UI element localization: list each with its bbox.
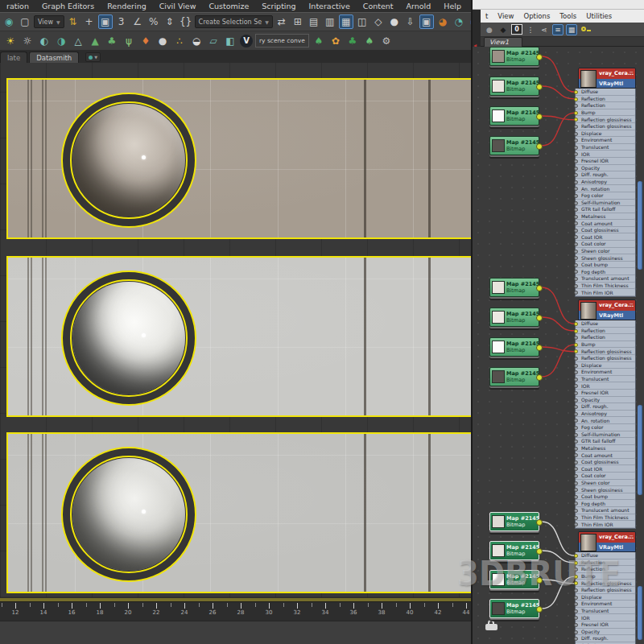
vray-logo-icon[interactable]: V <box>240 35 253 47</box>
snap-3d-icon[interactable]: 3 <box>114 14 129 29</box>
sun-icon[interactable]: ☀ <box>3 34 18 48</box>
hemisphere-icon[interactable]: ◑ <box>54 34 68 48</box>
input-socket[interactable] <box>574 602 578 606</box>
param-row[interactable]: Diffuse <box>576 320 635 328</box>
param-row[interactable]: Translucent amount <box>576 275 635 283</box>
material-editor-icon[interactable]: ● <box>387 14 402 29</box>
vraymtl-node[interactable]: vray_Cera...VRayMtl−DiffuseReflectionRef… <box>578 299 636 320</box>
input-socket[interactable] <box>574 104 578 108</box>
import-icon[interactable]: ⇩ <box>403 14 418 29</box>
param-row[interactable]: Metalness <box>576 445 635 452</box>
input-socket[interactable] <box>574 460 578 464</box>
strip-bottom[interactable] <box>6 432 481 593</box>
param-row[interactable]: Self-illumination <box>576 431 635 439</box>
input-socket[interactable] <box>574 453 578 457</box>
param-row[interactable]: Opacity <box>576 165 635 172</box>
input-socket[interactable] <box>574 167 578 171</box>
input-socket[interactable] <box>574 630 578 634</box>
selection-region-icon[interactable]: ▢ <box>18 14 32 29</box>
vraymtl-node-header[interactable]: vray_Cera...VRayMtl− <box>578 68 636 89</box>
tab-view1[interactable]: View1 <box>484 37 522 47</box>
param-row[interactable]: Reflection <box>576 96 635 103</box>
node-list-icon[interactable]: ≡ <box>552 24 564 35</box>
param-row[interactable]: Bump <box>576 341 635 349</box>
param-row[interactable]: Fog depth <box>576 268 635 275</box>
gear-icon[interactable]: ⚙ <box>379 34 394 48</box>
param-row[interactable]: Diff. rough. <box>576 403 635 411</box>
input-socket[interactable] <box>574 609 578 613</box>
menu-item-civil-view[interactable]: Civil View <box>153 2 203 10</box>
bitmap-node[interactable]: Map #214534...Bitmap <box>489 512 539 531</box>
param-row[interactable]: Thin Film Thickness <box>576 514 635 522</box>
scene-explorer-icon[interactable]: ▦ <box>339 14 353 29</box>
param-row[interactable]: Reflection <box>576 334 635 341</box>
input-socket[interactable] <box>574 173 578 177</box>
menu-item-content[interactable]: Content <box>357 2 400 10</box>
input-socket[interactable] <box>574 391 578 395</box>
input-socket[interactable] <box>574 398 578 402</box>
menu-item-customize[interactable]: Customize <box>202 2 255 10</box>
render-iterative-icon[interactable]: ◔ <box>452 14 466 29</box>
param-row[interactable]: Environment <box>576 137 635 144</box>
input-socket[interactable] <box>574 596 578 600</box>
param-row[interactable]: Fog color <box>576 192 635 200</box>
param-row[interactable]: An. rotation <box>576 417 635 424</box>
strip-middle[interactable] <box>6 256 481 417</box>
sample-diamond-icon[interactable]: ◆ <box>497 24 509 35</box>
input-socket[interactable] <box>574 194 578 198</box>
material-preview-sphere[interactable] <box>72 104 185 217</box>
output-socket[interactable] <box>536 374 543 381</box>
param-row[interactable]: Reflection glossiness <box>576 355 635 362</box>
sphere-hole[interactable] <box>61 93 196 228</box>
track-bar[interactable]: 1214161820222426283032343638404244 <box>0 601 481 621</box>
input-socket[interactable] <box>574 364 578 368</box>
input-socket[interactable] <box>574 623 578 627</box>
param-row[interactable]: IOR <box>576 151 635 158</box>
param-row[interactable]: Coat bump <box>576 262 635 269</box>
key-icon[interactable] <box>580 24 591 35</box>
input-socket[interactable] <box>574 208 578 212</box>
param-row[interactable]: Reflection glossiness <box>576 348 635 355</box>
input-socket[interactable] <box>574 474 578 478</box>
input-socket[interactable] <box>574 250 578 254</box>
grass-icon[interactable]: ψ <box>122 34 136 48</box>
input-socket[interactable] <box>574 152 578 156</box>
menu-item-arnold[interactable]: Arnold <box>400 2 438 10</box>
input-socket[interactable] <box>574 433 578 437</box>
param-row[interactable]: Diffuse <box>576 89 635 96</box>
param-row[interactable]: Metalness <box>576 213 635 221</box>
editor-menu-item-options[interactable]: Options <box>519 12 555 20</box>
minimize-icon[interactable]: − <box>629 301 634 308</box>
param-row[interactable]: IOR <box>576 614 635 621</box>
param-row[interactable]: Translucent <box>576 376 635 383</box>
select-object-icon[interactable]: ◉ <box>2 14 16 29</box>
scatter-icon[interactable]: ∴ <box>172 34 187 48</box>
input-socket[interactable] <box>574 405 578 409</box>
output-socket[interactable] <box>536 606 543 613</box>
select-place-icon[interactable]: ▣ <box>98 14 113 29</box>
param-row[interactable]: Coat color <box>576 241 635 248</box>
input-socket[interactable] <box>574 412 578 416</box>
material-zero-dropdown[interactable]: 0 <box>511 24 522 35</box>
tree-icon[interactable]: ♠ <box>312 34 326 48</box>
render-window-icon[interactable]: ▣ <box>419 14 434 29</box>
sample-sphere-icon[interactable]: ● <box>484 24 495 35</box>
param-row[interactable]: IOR <box>576 382 635 390</box>
transform-gizmo-icon[interactable]: ⇅ <box>66 14 80 29</box>
param-row[interactable]: Anisotropy <box>576 179 635 186</box>
menu-item-interactive[interactable]: Interactive <box>303 2 357 10</box>
editor-menu-item-utilities[interactable]: Utilities <box>581 12 617 20</box>
terrain-icon[interactable]: △ <box>71 34 85 48</box>
param-row[interactable]: Diff. rough. <box>576 635 635 642</box>
input-socket[interactable] <box>574 138 578 142</box>
material-preview-sphere[interactable] <box>72 282 185 394</box>
layout-branch-icon[interactable]: ⋖ <box>539 24 550 35</box>
named-selection-sets-icon[interactable]: {} <box>179 14 193 29</box>
input-socket[interactable] <box>574 509 578 513</box>
input-socket[interactable] <box>574 284 578 288</box>
curve-editor-icon[interactable]: ◫ <box>355 14 369 29</box>
input-socket[interactable] <box>574 270 578 274</box>
param-row[interactable]: Displace <box>576 130 635 138</box>
input-socket[interactable] <box>574 263 578 267</box>
sphere-hole[interactable] <box>61 447 196 582</box>
